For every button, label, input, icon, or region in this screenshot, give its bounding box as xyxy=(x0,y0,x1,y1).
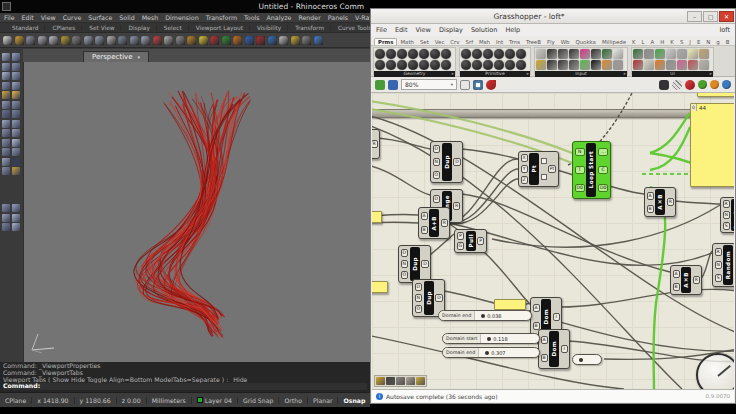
gh-tab-prms[interactable]: Prms xyxy=(374,38,397,45)
gh-tab-k[interactable]: K xyxy=(629,39,639,45)
component-icon[interactable] xyxy=(505,60,515,70)
minimize-button[interactable]: – xyxy=(687,11,702,22)
rhino-sidebar-icon[interactable] xyxy=(12,129,20,137)
grasshopper-canvas[interactable]: RDNODupDDNRangeRABA+BRXYZPtPtNTD0Loop St… xyxy=(372,93,734,389)
solver-green-icon[interactable] xyxy=(698,80,707,89)
status-cell[interactable]: CPlane xyxy=(0,397,32,404)
rhino-sidebar-icon[interactable] xyxy=(12,148,20,156)
input-port-n[interactable]: N xyxy=(715,261,722,269)
menu-surface[interactable]: Surface xyxy=(88,14,112,21)
input-port-s[interactable]: S xyxy=(715,274,722,282)
component-icon[interactable] xyxy=(558,60,568,70)
rhino-tool-icon[interactable] xyxy=(153,36,162,45)
component-icon[interactable] xyxy=(430,60,440,70)
gh-tab-crv[interactable]: Crv xyxy=(447,39,462,45)
gh-tab-math[interactable]: Math xyxy=(397,39,417,45)
toolbar-tab-cplanes[interactable]: CPlanes xyxy=(46,25,82,31)
gh-tab-wb[interactable]: Wb xyxy=(558,39,573,45)
component-icon[interactable] xyxy=(408,49,418,59)
component-icon[interactable] xyxy=(536,60,546,70)
input-port-d[interactable]: D xyxy=(415,283,423,291)
menu-solid[interactable]: Solid xyxy=(119,14,134,21)
rhino-sidebar-icon[interactable] xyxy=(2,204,10,212)
number-slider[interactable]: Domain end0.038 xyxy=(438,310,532,321)
input-port-n[interactable]: N xyxy=(723,211,730,219)
input-port-p[interactable]: P xyxy=(457,232,465,240)
widget-icon[interactable] xyxy=(386,377,395,385)
zoom-dropdown[interactable]: 80% ▾ xyxy=(401,79,457,90)
palette-group-label[interactable]: Ui▸ xyxy=(632,71,713,77)
toolbar-tab-display[interactable]: Display xyxy=(122,25,156,31)
maximize-button[interactable]: ▢ xyxy=(703,11,718,22)
rhino-sidebar-icon[interactable] xyxy=(2,129,10,137)
menu-view[interactable]: View xyxy=(41,14,56,21)
input-port-a[interactable]: A xyxy=(673,270,680,278)
rhino-tool-icon[interactable] xyxy=(210,36,219,45)
rhino-sidebar-icon[interactable] xyxy=(2,223,10,231)
input-port-z[interactable]: Z xyxy=(521,176,528,184)
component-icon[interactable] xyxy=(494,49,504,59)
rhino-tool-icon[interactable] xyxy=(199,36,208,45)
component-icon[interactable] xyxy=(677,60,687,70)
input-port-n[interactable]: N xyxy=(575,148,585,156)
rhino-tool-icon[interactable] xyxy=(176,36,185,45)
node-dup[interactable]: DNODupD xyxy=(430,141,463,183)
rhino-sidebar-icon[interactable] xyxy=(2,148,10,156)
gh-tab-set[interactable]: Set xyxy=(417,39,432,45)
gh-menu-file[interactable]: File xyxy=(376,26,387,34)
component-icon[interactable] xyxy=(461,49,471,59)
open-file-icon[interactable] xyxy=(375,80,385,90)
widget-icon[interactable] xyxy=(376,377,385,385)
rhino-tool-icon[interactable] xyxy=(291,36,300,45)
input-port-b[interactable]: B xyxy=(421,226,428,234)
component-icon[interactable] xyxy=(430,49,440,59)
component-icon[interactable] xyxy=(633,60,643,70)
output-port-r[interactable]: R xyxy=(372,140,378,148)
menu-mesh[interactable]: Mesh xyxy=(142,14,159,21)
gh-tab-g[interactable]: g xyxy=(713,39,722,45)
component-icon[interactable] xyxy=(516,60,526,70)
rhino-tool-icon[interactable] xyxy=(95,36,104,45)
number-slider[interactable] xyxy=(572,354,602,365)
rhino-sidebar-icon[interactable] xyxy=(12,167,20,175)
input-port-d0[interactable]: D0 xyxy=(575,184,585,192)
input-port-r[interactable]: R xyxy=(723,200,730,208)
component-icon[interactable] xyxy=(483,60,493,70)
rhino-tool-icon[interactable] xyxy=(26,36,35,45)
slider-handle[interactable] xyxy=(485,351,489,355)
menu-render[interactable]: Render xyxy=(298,14,320,21)
gh-tab-millipede[interactable]: Millipede xyxy=(599,39,629,45)
solver-orange-icon[interactable] xyxy=(710,80,719,89)
preview-mesh-icon[interactable] xyxy=(672,80,682,90)
rhino-tool-icon[interactable] xyxy=(279,36,288,45)
toggle-planar[interactable]: Planar xyxy=(308,397,339,404)
rhino-sidebar-icon[interactable] xyxy=(12,72,20,80)
panel-component[interactable] xyxy=(372,211,382,223)
component-icon[interactable] xyxy=(397,49,407,59)
component-icon[interactable] xyxy=(386,49,396,59)
rhino-sidebar-icon[interactable] xyxy=(12,204,20,212)
component-icon[interactable] xyxy=(613,60,623,70)
number-slider[interactable]: Domain start0.118 xyxy=(442,333,540,344)
rhino-tool-icon[interactable] xyxy=(233,36,242,45)
component-icon[interactable] xyxy=(569,60,579,70)
output-port-…[interactable]: … xyxy=(598,148,608,156)
node-random[interactable]: RNSRandom xyxy=(712,243,734,287)
rhino-sidebar-icon[interactable] xyxy=(2,158,10,166)
component-icon[interactable] xyxy=(419,49,429,59)
gh-tab-srf[interactable]: Srf xyxy=(463,39,477,45)
rhino-sidebar-icon[interactable] xyxy=(2,139,10,147)
gh-tab-fly[interactable]: Fly xyxy=(544,39,558,45)
component-icon[interactable] xyxy=(461,60,471,70)
rhino-tool-icon[interactable] xyxy=(245,36,254,45)
node-pt[interactable]: XYZPtPt xyxy=(518,151,559,187)
gh-tab-trns[interactable]: Trns xyxy=(506,39,523,45)
component-icon[interactable] xyxy=(655,60,665,70)
widget-icon[interactable] xyxy=(416,377,425,385)
command-history[interactable]: Command: _ViewportProperties Command: _V… xyxy=(0,362,370,392)
rhino-tool-icon[interactable] xyxy=(222,36,231,45)
gh-tab-e[interactable]: E xyxy=(694,39,703,45)
gh-menu-help[interactable]: Help xyxy=(505,26,520,34)
menu-tools[interactable]: Tools xyxy=(244,14,260,21)
toolbar-tab-transform[interactable]: Transform xyxy=(289,25,331,31)
